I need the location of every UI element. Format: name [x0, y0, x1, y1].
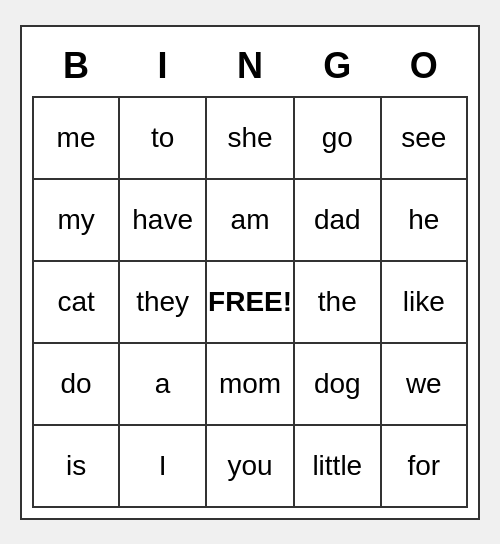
bingo-card: B I N G O metoshegoseemyhaveamdadhecatth…	[20, 25, 480, 520]
table-cell: me	[33, 97, 119, 179]
table-cell: she	[206, 97, 294, 179]
table-cell: my	[33, 179, 119, 261]
table-cell: FREE!	[206, 261, 294, 343]
table-row: cattheyFREE!thelike	[33, 261, 467, 343]
header-i: I	[119, 37, 206, 97]
table-cell: cat	[33, 261, 119, 343]
header-g: G	[294, 37, 381, 97]
header-b: B	[33, 37, 119, 97]
bingo-body: metoshegoseemyhaveamdadhecattheyFREE!the…	[33, 97, 467, 507]
table-cell: you	[206, 425, 294, 507]
table-row: metoshegosee	[33, 97, 467, 179]
table-row: isIyoulittlefor	[33, 425, 467, 507]
header-o: O	[381, 37, 467, 97]
table-cell: see	[381, 97, 467, 179]
table-cell: we	[381, 343, 467, 425]
bingo-table: B I N G O metoshegoseemyhaveamdadhecatth…	[32, 37, 468, 508]
table-cell: is	[33, 425, 119, 507]
table-cell: do	[33, 343, 119, 425]
table-cell: to	[119, 97, 206, 179]
table-cell: dog	[294, 343, 381, 425]
table-cell: little	[294, 425, 381, 507]
table-cell: like	[381, 261, 467, 343]
table-row: doamomdogwe	[33, 343, 467, 425]
table-cell: they	[119, 261, 206, 343]
header-row: B I N G O	[33, 37, 467, 97]
table-cell: for	[381, 425, 467, 507]
table-cell: go	[294, 97, 381, 179]
table-cell: he	[381, 179, 467, 261]
table-cell: am	[206, 179, 294, 261]
table-cell: mom	[206, 343, 294, 425]
table-cell: I	[119, 425, 206, 507]
table-cell: a	[119, 343, 206, 425]
table-row: myhaveamdadhe	[33, 179, 467, 261]
table-cell: the	[294, 261, 381, 343]
table-cell: dad	[294, 179, 381, 261]
table-cell: have	[119, 179, 206, 261]
header-n: N	[206, 37, 294, 97]
